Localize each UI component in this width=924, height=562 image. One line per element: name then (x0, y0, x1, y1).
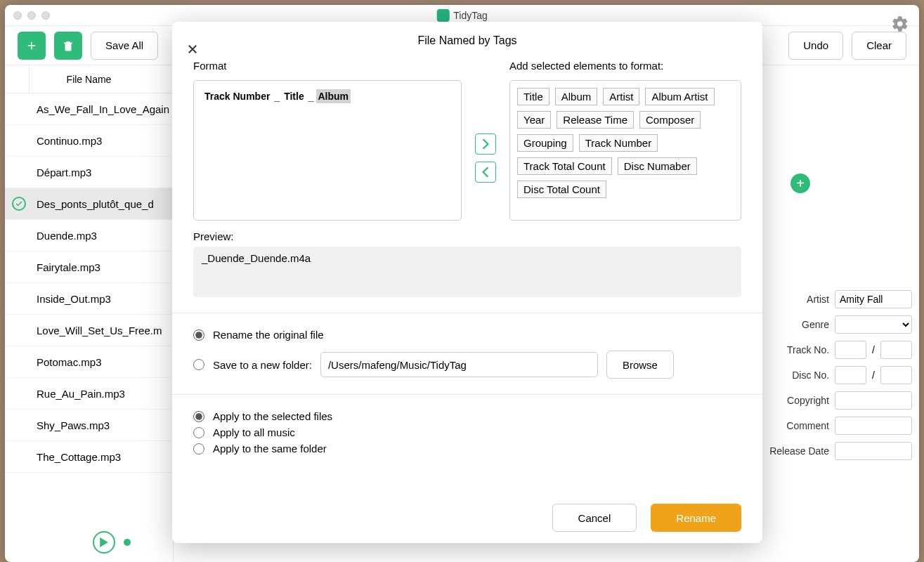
element-tag[interactable]: Track Total Count (517, 157, 612, 175)
move-right-button[interactable] (475, 133, 496, 155)
elements-box: TitleAlbumArtistAlbum ArtistYearRelease … (509, 80, 741, 221)
format-token[interactable]: Title (282, 89, 306, 103)
rename-button[interactable]: Rename (651, 504, 741, 532)
radio-save-new[interactable] (193, 359, 204, 370)
move-left-button[interactable] (475, 162, 496, 183)
browse-button[interactable]: Browse (606, 351, 674, 379)
element-tag[interactable]: Year (517, 111, 551, 129)
element-tag[interactable]: Artist (603, 88, 639, 105)
close-icon[interactable] (186, 43, 200, 57)
format-sep: _ (272, 91, 282, 102)
element-tag[interactable]: Track Number (579, 134, 658, 152)
radio-apply-folder[interactable] (193, 443, 204, 455)
opt-rename-label: Rename the original file (213, 329, 324, 341)
apply-selected-label: Apply to the selected files (213, 410, 332, 422)
elements-label: Add selected elements to format: (509, 60, 741, 72)
radio-apply-all[interactable] (193, 427, 204, 438)
preview-label: Preview: (193, 230, 741, 242)
radio-apply-selected[interactable] (193, 411, 204, 422)
radio-rename-original[interactable] (193, 329, 204, 341)
element-tag[interactable]: Album Artist (645, 88, 714, 105)
element-tag[interactable]: Title (517, 88, 549, 105)
rename-dialog: File Named by Tags Format Track Number_T… (172, 22, 762, 543)
element-tag[interactable]: Grouping (517, 134, 573, 152)
dialog-title: File Named by Tags (193, 34, 741, 47)
opt-save-label: Save to a new folder: (213, 359, 312, 371)
format-box[interactable]: Track Number_Title_Album (193, 80, 462, 221)
app-window: TidyTag Save All Undo Clear File Name As… (5, 5, 919, 562)
cancel-button[interactable]: Cancel (552, 504, 637, 532)
preview-box: _Duende_Duende.m4a (193, 247, 741, 297)
apply-folder-label: Apply to the same folder (213, 443, 327, 455)
save-path-input[interactable] (320, 352, 598, 377)
format-token[interactable]: Album (316, 89, 351, 103)
format-label: Format (193, 60, 462, 72)
element-tag[interactable]: Disc Total Count (517, 181, 606, 198)
element-tag[interactable]: Disc Numaber (618, 157, 697, 175)
element-tag[interactable]: Composer (639, 111, 701, 129)
preview-value: _Duende_Duende.m4a (202, 252, 311, 264)
format-token[interactable]: Track Number (202, 89, 272, 103)
format-sep: _ (306, 91, 316, 102)
element-tag[interactable]: Album (555, 88, 598, 105)
element-tag[interactable]: Release Time (557, 111, 634, 129)
apply-all-label: Apply to all music (213, 426, 295, 438)
